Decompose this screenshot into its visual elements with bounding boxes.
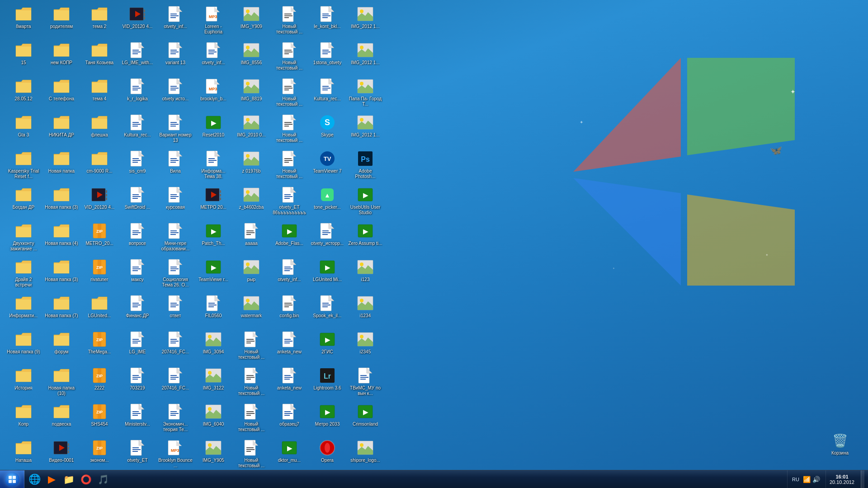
taskbar-explorer[interactable]: 📁 [61, 472, 77, 487]
desktop-icon-voprose[interactable]: вопросе [118, 220, 156, 256]
desktop-icon-ekonomist[interactable]: ZIPэконом... [80, 437, 118, 473]
desktop-icon-le_kont_bkl[interactable]: le_kont_bkl... [308, 3, 346, 39]
desktop-icon-otvety_inf3[interactable]: otvety_inf... [270, 256, 308, 292]
desktop-icon-novpap4[interactable]: Новая папка (4) [42, 220, 80, 256]
desktop-icon-shs454[interactable]: ZIPSHS454 [80, 401, 118, 437]
desktop-icon-watermark[interactable]: watermark [232, 292, 270, 328]
desktop-icon-8marta[interactable]: 8марта [5, 3, 42, 39]
system-clock[interactable]: 16:01 20.10.2012 [826, 470, 858, 488]
taskbar-media-player[interactable]: ▶ [43, 472, 60, 487]
desktop-icon-informt3881[interactable]: Информа... Тема 38. [194, 148, 232, 184]
desktop-icon-kopr[interactable]: Копр [5, 401, 42, 437]
desktop-icon-otzet[interactable]: ответ [156, 292, 194, 328]
desktop-icon-mini_obraz[interactable]: Мини-гере образовани... [156, 220, 194, 256]
desktop-icon-loreen_euph[interactable]: MP3Loreen - Euphoria [194, 3, 232, 39]
desktop-icon-adobe_flash[interactable]: ▶Adobe_Flas... [270, 220, 308, 256]
desktop-icon-istoria_otv[interactable]: 1stona_otvety [308, 39, 346, 75]
desktop-icon-novtekst2[interactable]: Новый текстовый ... [232, 365, 270, 401]
desktop-icon-img3122[interactable]: IMG_3122 [194, 365, 232, 401]
desktop-icon-otvety_inf[interactable]: otvety_inf... [156, 3, 194, 39]
desktop-icon-dvuhkontu[interactable]: Двухконту зажигание ... [5, 220, 42, 256]
desktop-icon-anketa_new2[interactable]: anketa_new [270, 365, 308, 401]
desktop-icon-z01976b[interactable]: z 01976b [232, 148, 270, 184]
desktop-icon-15[interactable]: 15 [5, 39, 42, 75]
desktop-icon-variant13[interactable]: variant 13 [156, 39, 194, 75]
desktop-icon-z_b4602cba[interactable]: z_b4602cba [232, 184, 270, 220]
desktop-icon-nemkop[interactable]: нем КОПР [42, 39, 80, 75]
desktop-icon-teamview_b[interactable]: ▶TeamViewe r... [194, 256, 232, 292]
desktop-icon-opera[interactable]: Opera [308, 437, 346, 473]
desktop-icon-podveska[interactable]: подвеска [42, 401, 80, 437]
desktop-icon-fleshka[interactable]: флешка [80, 112, 118, 148]
desktop-icon-i123[interactable]: i123 [346, 256, 384, 292]
desktop-icon-703219[interactable]: 703219 [118, 365, 156, 401]
desktop-icon-anketa_new[interactable]: anketa_new [270, 328, 308, 365]
desktop-icon-novtekst5[interactable]: Новый текстовый ... [270, 3, 308, 39]
desktop-icon-img_y905[interactable]: IMG_Y905 [194, 437, 232, 473]
desktop-icon-crimsonland[interactable]: ▶Crimsonland [346, 401, 384, 437]
taskbar-ie[interactable]: 🌐 [26, 472, 42, 487]
desktop-icon-dktor_mu[interactable]: ▶dktor_mu... [270, 437, 308, 473]
desktop-icon-otvety_et[interactable]: otvety_ET [118, 437, 156, 473]
desktop-icon-kaspersky[interactable]: Kaspersky Trial Reset f... [5, 148, 42, 184]
desktop-icon-novpap10[interactable]: Новая папка (10) [42, 365, 80, 401]
desktop-icon-financy[interactable]: Финанс.ДР [118, 292, 156, 328]
desktop-icon-sn9[interactable]: сm-9000 R... [80, 148, 118, 184]
desktop-icon-lightroom38[interactable]: LrLightroom 3.6 [308, 365, 346, 401]
desktop-icon-zero_assump[interactable]: ▶Zero Assump ti... [346, 220, 384, 256]
desktop-icon-skype[interactable]: SSkype [308, 112, 346, 148]
desktop-icon-swiftdroid[interactable]: SwiftDroid ... [118, 184, 156, 220]
desktop-icon-vid201204b[interactable]: VID_20120 4... [118, 3, 156, 39]
desktop-icon-img_y909[interactable]: IMG_Y909 [232, 3, 270, 39]
desktop-icon-sis_cm9[interactable]: sis_cm9 [118, 148, 156, 184]
desktop-icon-brooklyn_b[interactable]: MP3Brooklyn Bounce ... [156, 437, 194, 473]
desktop-icon-roditelyam[interactable]: родителям [42, 3, 80, 39]
desktop-icon-tvims_my[interactable]: ТВиМС_МУ по вын к... [346, 365, 384, 401]
desktop-icon-istoriya[interactable]: История [5, 365, 42, 401]
desktop-icon-nikitadr[interactable]: НИКИТА ДР [42, 112, 80, 148]
desktop-icon-novpap9[interactable]: Новая папка (9) [5, 328, 42, 365]
desktop-icon-kr_logika[interactable]: k_r_logika [118, 75, 156, 112]
desktop-icon-themega[interactable]: ZIPTheMegа... [80, 328, 118, 365]
desktop-icon-novyi_txt[interactable]: Новый текстовый ... [270, 148, 308, 184]
desktop-icon-maksy[interactable]: максу [118, 256, 156, 292]
desktop-icon-novtekst8[interactable]: Новый текстовый ... [270, 112, 308, 148]
desktop-icon-configbin[interactable]: config.bin [270, 292, 308, 328]
desktop-icon-207416_fc2[interactable]: 207416_FC... [156, 365, 194, 401]
desktop-icon-aaaaa[interactable]: ааааа [232, 220, 270, 256]
desktop-icon-2222[interactable]: ZIP2222 [80, 365, 118, 401]
desktop-icon-kultura_rec[interactable]: Kultura_rec... [118, 112, 156, 148]
desktop-icon-ekonomich[interactable]: Экономич... теория Те... [156, 401, 194, 437]
desktop-icon-img8556[interactable]: IMG_8556 [232, 39, 270, 75]
desktop-icon-img8819[interactable]: IMG_8819 [232, 75, 270, 112]
taskbar-opera[interactable]: ⭕ [78, 472, 94, 487]
desktop-icon-draive2[interactable]: Драйв 2 встречи [5, 256, 42, 292]
desktop-icon-tema4[interactable]: тема 4 [80, 75, 118, 112]
desktop-icon-i12345[interactable]: i2345 [346, 328, 384, 365]
desktop-icon-207416_fc[interactable]: 207416_FC... [156, 328, 194, 365]
desktop-icon-rivatuner[interactable]: ZIPrivatuner [80, 256, 118, 292]
desktop-icon-img6040[interactable]: IMG_6040 [194, 401, 232, 437]
desktop-icon-variantnomer[interactable]: Вариант номер 13 [156, 112, 194, 148]
desktop-icon-forum[interactable]: форум [42, 328, 80, 365]
desktop-icon-tema2[interactable]: тема 2 [80, 3, 118, 39]
desktop-icon-otvety_et86[interactable]: otvety_ET 86ъъъъъъъъъъ [270, 184, 308, 220]
desktop-icon-otvety_inf2[interactable]: otvety_inf... [194, 39, 232, 75]
desktop-icon-usebutils[interactable]: ▶UsebUtils User Studio [346, 184, 384, 220]
desktop-icon-informati[interactable]: Информати... [5, 292, 42, 328]
taskbar-winamp[interactable]: 🎵 [95, 472, 111, 487]
desktop-icon-otvety_istor[interactable]: otvety_исторр... [308, 220, 346, 256]
desktop-icon-obrazec7[interactable]: образец7 [270, 401, 308, 437]
desktop-icon-sotsiolog[interactable]: Социология Тема 26. О... [156, 256, 194, 292]
desktop-icon-novtekst7[interactable]: Новый текстовый ... [270, 75, 308, 112]
desktop-icon-novpap3b[interactable]: Новая папка (3) [42, 256, 80, 292]
recycle-bin-icon[interactable]: 🗑️ Корзина [822, 430, 858, 465]
desktop-icon-metro20b[interactable]: МЕТРО 20... [194, 184, 232, 220]
desktop-icon-novpap[interactable]: Новая папка [42, 148, 80, 184]
desktop-icon-fil0560[interactable]: FIL0560 [194, 292, 232, 328]
desktop-icon-lgime[interactable]: LG_IME [118, 328, 156, 365]
desktop-icon-lgunit[interactable]: LGUnited... [80, 292, 118, 328]
desktop-icon-tanya[interactable]: Таня Козьева [80, 39, 118, 75]
desktop-icon-img20121b[interactable]: IMG_2012 1... [346, 39, 384, 75]
desktop-icon-adobe_ps[interactable]: PsAdobe Photosh... [346, 148, 384, 184]
